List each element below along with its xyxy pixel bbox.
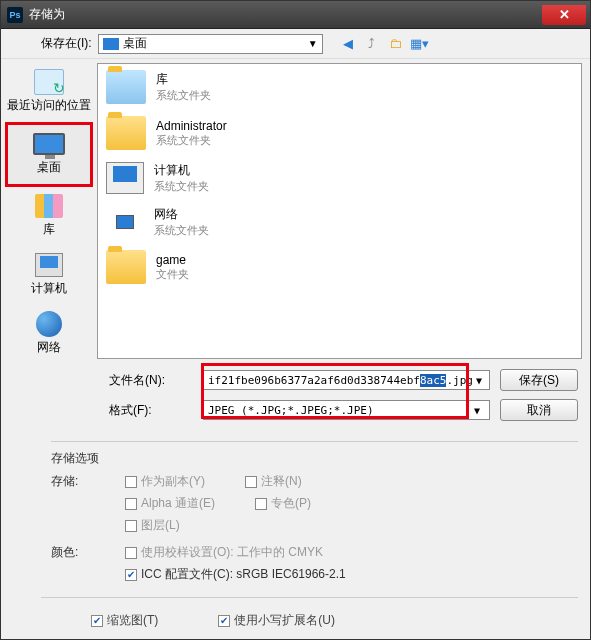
- save-button[interactable]: 保存(S): [500, 369, 578, 391]
- checkbox-label: 注释(N): [261, 473, 302, 490]
- as-copy-checkbox[interactable]: 作为副本(Y): [125, 473, 205, 490]
- thumbnail-checkbox[interactable]: ✔缩览图(T): [91, 612, 158, 629]
- sidebar-item-desktop[interactable]: 桌面: [5, 122, 93, 187]
- sidebar-item-label: 最近访问的位置: [7, 97, 91, 114]
- network-item-icon: [106, 206, 144, 238]
- filename-input[interactable]: if21fbe096b6377a2af6d0d338744ebf8ac5.jpg…: [203, 370, 490, 390]
- checkbox-label: 专色(P): [271, 495, 311, 512]
- item-name: Administrator: [156, 119, 227, 133]
- new-folder-icon[interactable]: 🗀: [387, 35, 405, 53]
- spot-checkbox[interactable]: 专色(P): [255, 495, 311, 512]
- item-sub: 系统文件夹: [156, 133, 227, 148]
- item-name: 库: [156, 71, 211, 88]
- lowercase-ext-checkbox[interactable]: ✔使用小写扩展名(U): [218, 612, 335, 629]
- alpha-checkbox[interactable]: Alpha 通道(E): [125, 495, 215, 512]
- chevron-down-icon[interactable]: ▼: [469, 405, 485, 416]
- save-as-dialog: Ps 存储为 ✕ 保存在(I): 桌面 ▼ ◀ ⤴ 🗀 ▦▾ 最近访问的位置 桌…: [0, 0, 591, 640]
- icc-checkbox[interactable]: ✔ICC 配置文件(C): sRGB IEC61966-2.1: [125, 566, 346, 583]
- checkbox-label: 缩览图(T): [107, 612, 158, 629]
- filename-selection: 8ac5: [420, 374, 447, 387]
- checkbox-label: 作为副本(Y): [141, 473, 205, 490]
- save-subsection-label: 存储:: [51, 473, 125, 534]
- chevron-down-icon[interactable]: ▼: [473, 375, 485, 386]
- filename-text: if21fbe096b6377a2af6d0d338744ebf: [208, 374, 420, 387]
- sidebar-item-label: 网络: [37, 339, 61, 356]
- window-title: 存储为: [29, 6, 542, 23]
- filename-ext: .jpg: [446, 374, 473, 387]
- sidebar-item-computer[interactable]: 计算机: [1, 246, 97, 305]
- sidebar-item-network[interactable]: 网络: [1, 305, 97, 364]
- sidebar-item-label: 计算机: [31, 280, 67, 297]
- sidebar-item-label: 桌面: [37, 159, 61, 176]
- sidebar-item-label: 库: [43, 221, 55, 238]
- layers-checkbox[interactable]: 图层(L): [125, 517, 180, 534]
- computer-item-icon: [106, 162, 144, 194]
- sidebar-item-libraries[interactable]: 库: [1, 187, 97, 246]
- color-subsection-label: 颜色:: [51, 544, 125, 583]
- app-icon: Ps: [7, 7, 23, 23]
- notes-checkbox[interactable]: 注释(N): [245, 473, 302, 490]
- list-item[interactable]: 网络系统文件夹: [98, 200, 581, 244]
- view-menu-icon[interactable]: ▦▾: [411, 35, 429, 53]
- places-sidebar: 最近访问的位置 桌面 库 计算机 网络: [1, 59, 97, 359]
- checkbox-label: 使用小写扩展名(U): [234, 612, 335, 629]
- item-sub: 系统文件夹: [154, 179, 209, 194]
- list-item[interactable]: game文件夹: [98, 244, 581, 290]
- item-name: 网络: [154, 206, 209, 223]
- folder-icon: [106, 250, 146, 284]
- desktop-monitor-icon: [33, 133, 65, 155]
- back-icon[interactable]: ◀: [339, 35, 357, 53]
- up-icon[interactable]: ⤴: [363, 35, 381, 53]
- format-dropdown[interactable]: JPEG (*.JPG;*.JPEG;*.JPE) ▼: [203, 400, 490, 420]
- checkbox-label: Alpha 通道(E): [141, 495, 215, 512]
- options-section-label: 存储选项: [51, 450, 125, 467]
- item-sub: 系统文件夹: [156, 88, 211, 103]
- file-list[interactable]: 库系统文件夹 Administrator系统文件夹 计算机系统文件夹 网络系统文…: [97, 63, 582, 359]
- checkbox-label: 图层(L): [141, 517, 180, 534]
- location-text: 桌面: [123, 35, 147, 52]
- close-button[interactable]: ✕: [542, 5, 586, 25]
- item-sub: 系统文件夹: [154, 223, 209, 238]
- location-dropdown[interactable]: 桌面 ▼: [98, 34, 323, 54]
- toolbar-icons: ◀ ⤴ 🗀 ▦▾: [339, 35, 429, 53]
- titlebar: Ps 存储为 ✕: [1, 1, 590, 29]
- list-item[interactable]: 计算机系统文件夹: [98, 156, 581, 200]
- folder-icon: [106, 116, 146, 150]
- toolbar: 保存在(I): 桌面 ▼ ◀ ⤴ 🗀 ▦▾: [1, 29, 590, 59]
- list-item[interactable]: Administrator系统文件夹: [98, 110, 581, 156]
- divider: [51, 441, 578, 442]
- save-in-label: 保存在(I):: [41, 35, 92, 52]
- item-sub: 文件夹: [156, 267, 189, 282]
- computer-icon: [35, 253, 63, 277]
- libraries-icon: [35, 194, 63, 218]
- format-label: 格式(F):: [109, 402, 193, 419]
- item-name: game: [156, 253, 189, 267]
- network-icon: [36, 311, 62, 337]
- checkbox-label: ICC 配置文件(C): sRGB IEC61966-2.1: [141, 566, 346, 583]
- libraries-folder-icon: [106, 70, 146, 104]
- save-options: 存储选项 存储: 作为副本(Y) 注释(N) Alpha 通道(E) 专色(P)…: [1, 450, 590, 629]
- filename-label: 文件名(N):: [109, 372, 193, 389]
- recent-icon: [34, 69, 64, 95]
- cancel-button[interactable]: 取消: [500, 399, 578, 421]
- desktop-icon: [103, 38, 119, 50]
- chevron-down-icon: ▼: [308, 38, 318, 49]
- sidebar-item-recent[interactable]: 最近访问的位置: [1, 63, 97, 122]
- item-name: 计算机: [154, 162, 209, 179]
- format-value: JPEG (*.JPG;*.JPEG;*.JPE): [208, 404, 374, 417]
- checkbox-label: 使用校样设置(O): 工作中的 CMYK: [141, 544, 323, 561]
- list-item[interactable]: 库系统文件夹: [98, 64, 581, 110]
- proof-checkbox[interactable]: 使用校样设置(O): 工作中的 CMYK: [125, 544, 323, 561]
